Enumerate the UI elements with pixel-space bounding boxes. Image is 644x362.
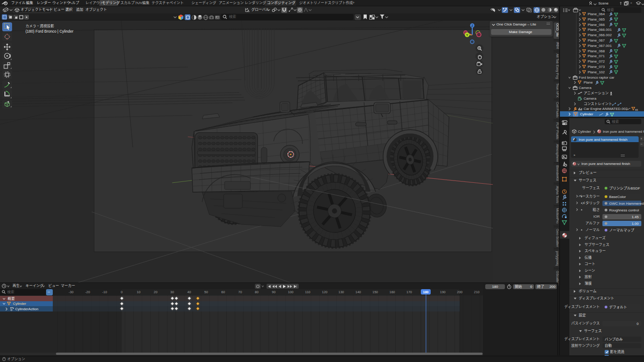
svg-text:Y: Y <box>466 33 468 37</box>
svg-text:Z: Z <box>471 24 474 28</box>
